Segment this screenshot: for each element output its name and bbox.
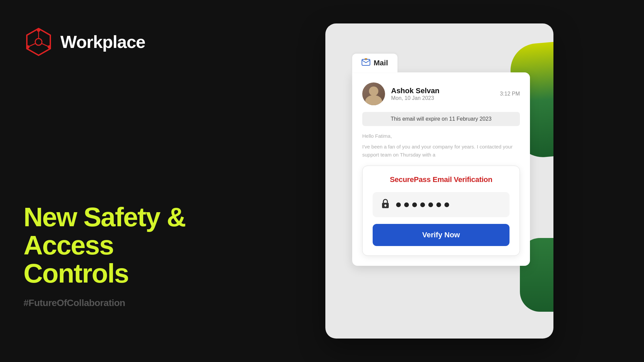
securepass-title: SecurePass Email Verification <box>373 175 509 184</box>
svg-rect-11 <box>385 205 386 207</box>
logo-text: Workplace <box>60 32 145 52</box>
mail-tab-label: Mail <box>374 59 388 67</box>
dot-6 <box>436 202 441 207</box>
svg-point-6 <box>48 45 51 49</box>
dot-5 <box>428 202 433 207</box>
sender-time: 3:12 PM <box>500 91 520 97</box>
mail-tab[interactable]: Mail <box>352 54 397 72</box>
expiry-banner: This email will expire on 11 February 20… <box>362 112 520 126</box>
email-greeting: Hello Fatima, <box>362 132 520 140</box>
svg-point-7 <box>26 45 30 49</box>
email-card: Ashok Selvan Mon, 10 Jan 2023 3:12 PM Th… <box>352 72 530 266</box>
securepass-card: SecurePass Email Verification <box>362 166 520 256</box>
sender-date: Mon, 10 Jan 2023 <box>391 95 434 101</box>
right-panel: Mail Ashok Selvan Mon, 10 Jan 2023 3:12 … <box>235 0 644 362</box>
email-body: Hello Fatima, I've been a fan of you and… <box>362 132 520 159</box>
code-input-area[interactable] <box>373 192 509 217</box>
svg-point-5 <box>37 28 40 32</box>
logo-area: Workplace <box>23 27 211 57</box>
email-header: Ashok Selvan Mon, 10 Jan 2023 3:12 PM <box>362 82 520 105</box>
dot-4 <box>420 202 425 207</box>
dot-7 <box>444 202 449 207</box>
mail-window: Mail Ashok Selvan Mon, 10 Jan 2023 3:12 … <box>352 54 530 266</box>
verify-now-button[interactable]: Verify Now <box>373 224 509 246</box>
left-panel: Workplace New Safety & Access Controls #… <box>0 0 235 362</box>
dot-2 <box>404 202 409 207</box>
hashtag: #FutureOfCollaboration <box>23 298 211 308</box>
logo-icon <box>23 27 54 57</box>
mail-tab-icon <box>362 58 370 68</box>
svg-point-1 <box>35 39 42 45</box>
dots-row <box>396 202 449 207</box>
dot-1 <box>396 202 401 207</box>
avatar <box>362 82 385 105</box>
sender-info: Ashok Selvan Mon, 10 Jan 2023 <box>391 86 487 101</box>
dot-3 <box>412 202 417 207</box>
main-headline: New Safety & Access Controls <box>23 203 211 288</box>
lock-icon <box>381 198 390 211</box>
browser-card: Mail Ashok Selvan Mon, 10 Jan 2023 3:12 … <box>325 23 553 339</box>
sender-name: Ashok Selvan <box>391 86 487 95</box>
main-content: New Safety & Access Controls #FutureOfCo… <box>23 203 211 308</box>
email-content: I've been a fan of you and your company … <box>362 143 520 159</box>
